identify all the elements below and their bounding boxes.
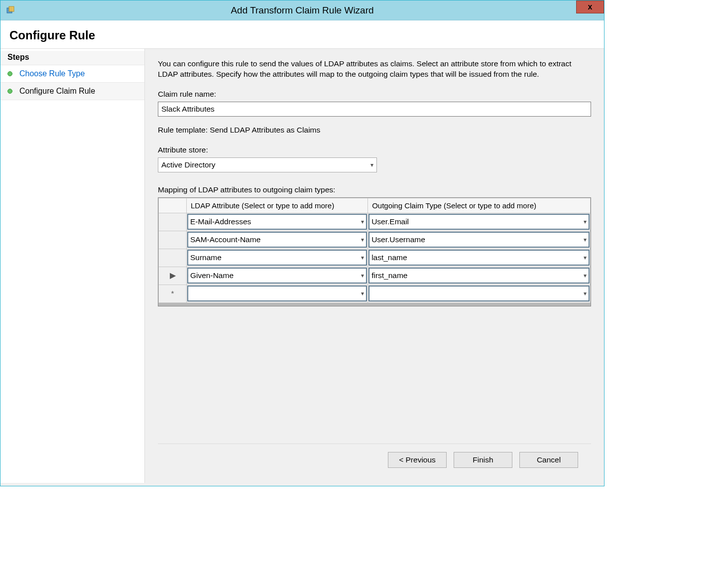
table-row: Surname▾last_name▾ [159,249,591,267]
window-title: Add Transform Claim Rule Wizard [0,5,604,16]
chevron-down-icon: ▾ [361,236,364,243]
row-indicator[interactable] [159,213,187,231]
table-row: E-Mail-Addresses▾User.Email▾ [159,213,591,231]
attribute-store-label: Attribute store: [158,146,591,154]
mapping-label: Mapping of LDAP attributes to outgoing c… [158,185,591,194]
chevron-down-icon: ▾ [584,272,587,279]
chevron-down-icon: ▾ [361,290,364,297]
combo-value: last_name [371,253,583,262]
step-choose-rule-type[interactable]: Choose Rule Type [0,65,144,82]
app-icon [5,5,15,15]
mapping-grid: LDAP Attribute (Select or type to add mo… [158,197,591,306]
step-label: Choose Rule Type [19,69,85,78]
main-panel: You can configure this rule to send the … [145,49,604,483]
outgoing-claim-combo[interactable]: last_name▾ [368,250,590,266]
chevron-down-icon: ▾ [361,218,364,225]
ldap-attribute-combo[interactable]: E-Mail-Addresses▾ [187,214,367,230]
claim-rule-name-input[interactable] [158,102,591,117]
combo-value: E-Mail-Addresses [190,217,360,226]
grid-header-out: Outgoing Claim Type (Select or type to a… [368,198,591,213]
combo-value: Given-Name [190,271,360,280]
row-indicator[interactable]: * [159,285,187,302]
attribute-store-value: Active Directory [161,160,370,169]
chevron-down-icon: ▾ [584,290,587,297]
outgoing-claim-combo[interactable]: User.Email▾ [368,214,590,230]
chevron-down-icon: ▾ [361,254,364,261]
outgoing-claim-combo[interactable]: first_name▾ [368,268,590,284]
ldap-attribute-combo[interactable]: ▾ [187,286,367,301]
table-row: *▾▾ [159,285,591,302]
heading-area: Configure Rule [0,20,604,49]
grid-scroll-shade [158,303,591,306]
previous-button[interactable]: < Previous [388,452,447,468]
grid-header-ldap: LDAP Attribute (Select or type to add mo… [187,198,368,213]
grid-corner [159,198,187,213]
close-icon: x [588,2,593,11]
step-bullet-icon [7,71,12,76]
combo-value: SAM-Account-Name [190,235,360,244]
rule-template-text: Rule template: Send LDAP Attributes as C… [158,126,591,135]
ldap-attribute-combo[interactable]: Surname▾ [187,250,367,266]
combo-value: Surname [190,253,360,262]
finish-button[interactable]: Finish [454,452,512,468]
chevron-down-icon: ▾ [584,236,587,243]
svg-rect-1 [9,6,14,11]
combo-value: User.Email [371,217,583,226]
ldap-attribute-combo[interactable]: Given-Name▾ [187,268,367,284]
chevron-down-icon: ▾ [584,218,587,225]
button-row: < Previous Finish Cancel [158,443,591,477]
row-indicator[interactable] [159,249,187,267]
steps-heading: Steps [0,51,144,65]
wizard-window: Add Transform Claim Rule Wizard x Config… [0,0,605,486]
combo-value: User.Username [371,235,583,244]
close-button[interactable]: x [576,0,604,13]
outgoing-claim-combo[interactable]: User.Username▾ [368,232,590,248]
attribute-store-select[interactable]: Active Directory ▾ [158,157,377,172]
row-indicator[interactable]: ▶ [159,267,187,285]
cancel-button[interactable]: Cancel [519,452,578,468]
description-text: You can configure this rule to send the … [158,59,591,80]
outgoing-claim-combo[interactable]: ▾ [368,286,590,301]
titlebar: Add Transform Claim Rule Wizard x [0,0,604,20]
step-configure-claim-rule[interactable]: Configure Claim Rule [0,82,144,100]
step-label: Configure Claim Rule [19,87,95,96]
combo-value: first_name [371,271,583,280]
chevron-down-icon: ▾ [370,161,373,168]
row-indicator[interactable] [159,231,187,249]
table-row: SAM-Account-Name▾User.Username▾ [159,231,591,249]
chevron-down-icon: ▾ [361,272,364,279]
steps-sidebar: Steps Choose Rule Type Configure Claim R… [0,49,145,483]
ldap-attribute-combo[interactable]: SAM-Account-Name▾ [187,232,367,248]
chevron-down-icon: ▾ [584,254,587,261]
table-row: ▶Given-Name▾first_name▾ [159,267,591,285]
step-bullet-icon [7,89,12,94]
claim-rule-name-label: Claim rule name: [158,90,591,99]
page-title: Configure Rule [9,28,595,42]
